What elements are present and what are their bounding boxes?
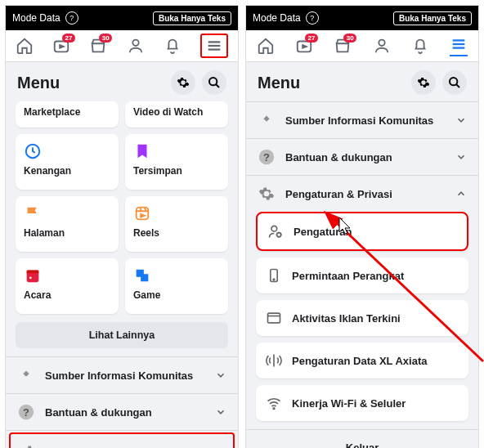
calendar-icon [24, 267, 110, 284]
see-more-button[interactable]: Lihat Lainnya [16, 322, 228, 348]
reels-icon [133, 204, 220, 222]
menu-tab-highlighted[interactable] [200, 34, 228, 58]
profile-tab[interactable] [127, 37, 145, 55]
home-tab[interactable] [257, 37, 275, 55]
svg-point-23 [271, 226, 277, 231]
screenshot-left: Mode Data ? Buka Hanya Teks 27 30 [5, 5, 239, 448]
watch-tab[interactable]: 27 [295, 37, 313, 55]
clock-icon [24, 142, 110, 160]
svg-point-19 [450, 78, 457, 85]
chevron-down-icon [215, 370, 226, 381]
tile-gaming[interactable]: Game [125, 258, 228, 314]
tile-pages[interactable]: Halaman [16, 196, 119, 252]
subitem-xl-data[interactable]: Pengaturan Data XL Axiata [256, 343, 468, 379]
accordion-community[interactable]: Sumber Informasi Komunitas [6, 357, 238, 393]
svg-point-24 [277, 233, 281, 237]
flag-icon [24, 204, 110, 222]
status-bar: Mode Data ? Buka Hanya Teks [6, 6, 238, 30]
antenna-icon [266, 352, 282, 369]
menu-header: Menu [246, 62, 478, 101]
tile-memories[interactable]: Kenangan [16, 134, 119, 190]
status-bar: Mode Data ? Buka Hanya Teks [246, 6, 478, 30]
gaming-icon [133, 267, 220, 284]
subitem-wifi-perf[interactable]: Kinerja Wi-Fi & Seluler [256, 385, 468, 421]
ads-icon [266, 310, 282, 326]
svg-line-20 [456, 84, 459, 87]
logout-button[interactable]: Keluar [246, 430, 478, 448]
mode-data-label: Mode Data [253, 12, 301, 24]
tab-bar: 27 30 [246, 30, 478, 62]
subitem-device-requests[interactable]: Permintaan Perangkat [256, 258, 468, 293]
device-icon [266, 267, 282, 284]
accordion-community[interactable]: Sumber Informasi Komunitas [246, 102, 478, 138]
market-tab[interactable]: 30 [89, 37, 107, 55]
question-icon: ? [258, 148, 276, 166]
handshake-icon [17, 366, 35, 384]
subitem-recent-ads[interactable]: Aktivitas Iklan Terkini [256, 300, 468, 336]
accordion-help[interactable]: ? Bantuan & dukungan [6, 394, 238, 430]
tile-video[interactable]: Video di Watch [125, 101, 228, 128]
subitem-settings-highlighted[interactable]: Pengaturan [256, 212, 468, 251]
svg-text:?: ? [23, 406, 29, 419]
menu-header: Menu [6, 62, 238, 101]
svg-point-28 [273, 408, 275, 410]
badge-market: 30 [343, 34, 356, 43]
svg-rect-10 [27, 271, 39, 274]
mode-data-label: Mode Data [12, 12, 60, 24]
menu-tab-active[interactable] [450, 35, 468, 56]
settings-gear-button[interactable] [171, 70, 195, 95]
svg-point-26 [273, 279, 275, 280]
accordion-help[interactable]: ? Bantuan & dukungan [246, 139, 478, 175]
help-icon[interactable]: ? [306, 11, 319, 25]
chevron-down-icon [455, 151, 467, 163]
gear-icon [22, 443, 40, 448]
watch-tab[interactable]: 27 [52, 37, 70, 55]
svg-rect-8 [137, 208, 149, 220]
menu-grid: Marketplace Video di Watch Kenangan Ters… [6, 101, 238, 314]
badge-market: 30 [99, 34, 112, 43]
help-icon[interactable]: ? [65, 11, 78, 25]
profile-tab[interactable] [373, 37, 391, 55]
chevron-up-icon [455, 188, 467, 199]
tab-bar: 27 30 [6, 30, 238, 62]
svg-point-5 [209, 78, 217, 85]
settings-gear-button[interactable] [411, 70, 436, 95]
tile-marketplace[interactable]: Marketplace [16, 101, 119, 128]
tile-events[interactable]: Acara [16, 258, 119, 314]
screenshot-right: Mode Data ? Buka Hanya Teks 27 30 [245, 5, 479, 448]
search-button[interactable] [202, 70, 226, 95]
accordion-settings-privacy-expanded[interactable]: Pengaturan & Privasi [246, 176, 478, 212]
search-button[interactable] [442, 70, 467, 95]
notifications-tab[interactable] [411, 37, 429, 55]
svg-text:?: ? [263, 151, 270, 164]
text-only-button[interactable]: Buka Hanya Teks [393, 11, 472, 25]
badge-watch: 27 [62, 34, 75, 43]
settings-privacy-sublist: Pengaturan Permintaan Perangkat Aktivita… [246, 212, 478, 421]
person-gear-icon [267, 223, 284, 240]
tile-saved[interactable]: Tersimpan [125, 134, 228, 190]
tile-reels[interactable]: Reels [125, 196, 228, 252]
menu-title: Menu [17, 74, 60, 92]
chevron-down-icon [215, 406, 226, 418]
menu-title: Menu [258, 74, 300, 92]
svg-rect-27 [268, 313, 280, 323]
market-tab[interactable]: 30 [334, 37, 352, 55]
text-only-button[interactable]: Buka Hanya Teks [153, 11, 231, 25]
svg-point-11 [29, 276, 32, 279]
svg-point-1 [132, 40, 138, 46]
bookmark-icon [133, 142, 220, 160]
gear-icon [258, 185, 276, 203]
svg-line-6 [216, 84, 219, 87]
notifications-tab[interactable] [164, 37, 182, 55]
badge-watch: 27 [305, 34, 318, 43]
svg-point-15 [379, 40, 384, 46]
home-tab[interactable] [16, 37, 34, 55]
question-icon: ? [17, 403, 35, 421]
wifi-icon [266, 395, 282, 411]
chevron-down-icon [455, 114, 467, 126]
handshake-icon [258, 111, 276, 129]
accordion-settings-privacy-highlighted[interactable]: Pengaturan & Privasi [9, 432, 235, 448]
